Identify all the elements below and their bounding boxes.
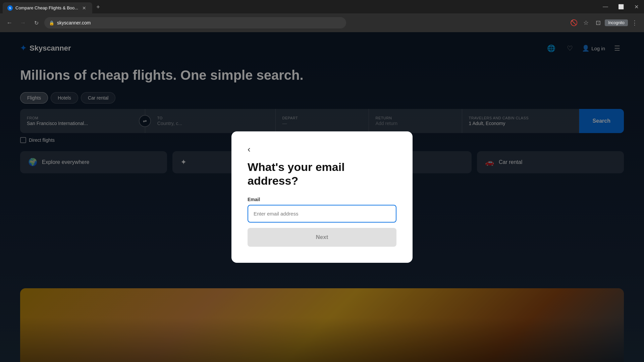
lock-icon: 🔒 — [49, 20, 54, 25]
modal-title: What's your email address? — [248, 160, 396, 188]
close-button[interactable]: ✕ — [629, 0, 644, 13]
minimize-button[interactable]: — — [598, 0, 613, 13]
no-camera-icon: 🚫 — [569, 17, 579, 28]
new-tab-button[interactable]: + — [94, 2, 103, 12]
browser-chrome: S Compare Cheap Flights & Boo... ✕ + — ⬜… — [0, 0, 644, 32]
browser-toolbar-right: 🚫 ☆ ⊡ Incognito ⋮ — [569, 17, 640, 28]
url-text: skyscanner.com — [57, 20, 91, 25]
modal-back-button[interactable]: ‹ — [248, 145, 251, 154]
reload-button[interactable]: ↻ — [31, 17, 42, 28]
page: ✦ Skyscanner 🌐 ♡ 👤 Log in ☰ Millions of … — [0, 32, 644, 362]
address-bar: ← → ↻ 🔒 skyscanner.com 🚫 ☆ ⊡ Incognito ⋮ — [0, 13, 644, 32]
bookmark-button[interactable]: ☆ — [581, 17, 591, 28]
back-nav-button[interactable]: ← — [4, 17, 15, 28]
tab-favicon: S — [7, 5, 13, 11]
split-view-button[interactable]: ⊡ — [593, 17, 603, 28]
email-label: Email — [248, 197, 396, 202]
active-tab[interactable]: S Compare Cheap Flights & Boo... ✕ — [3, 2, 92, 13]
email-input[interactable] — [248, 205, 396, 223]
email-modal: ‹ What's your email address? Email Next — [231, 131, 413, 263]
tab-close-icon[interactable]: ✕ — [81, 5, 88, 11]
forward-nav-button: → — [17, 17, 28, 28]
modal-overlay: ‹ What's your email address? Email Next — [0, 32, 644, 362]
next-button[interactable]: Next — [248, 228, 396, 247]
url-bar[interactable]: 🔒 skyscanner.com — [44, 17, 346, 28]
window-controls: — ⬜ ✕ — [598, 0, 644, 13]
tab-title: Compare Cheap Flights & Boo... — [15, 5, 78, 10]
incognito-badge[interactable]: Incognito — [605, 19, 628, 26]
restore-button[interactable]: ⬜ — [613, 0, 629, 13]
more-options-button[interactable]: ⋮ — [629, 17, 640, 28]
tab-bar: S Compare Cheap Flights & Boo... ✕ + — ⬜… — [0, 0, 644, 13]
